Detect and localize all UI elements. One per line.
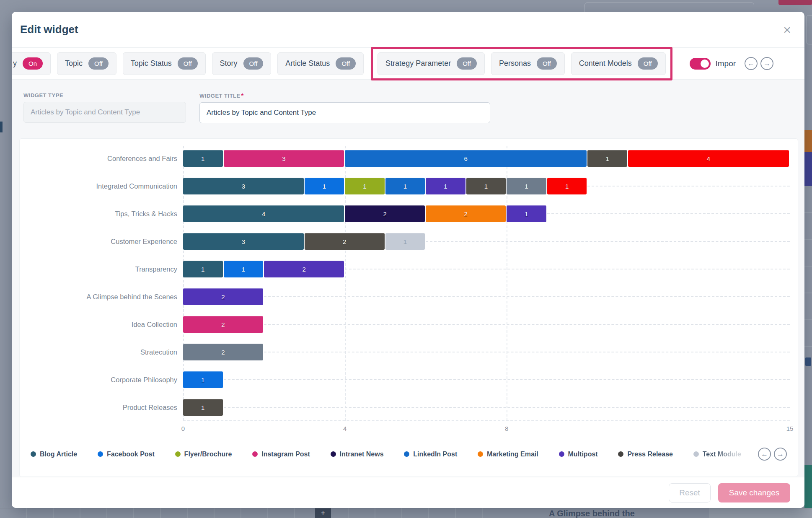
background-right-orange-block xyxy=(804,130,812,152)
legend-label: Multipost xyxy=(568,451,598,458)
chip-nav-next-icon[interactable]: → xyxy=(760,57,773,70)
bar-segment: 4 xyxy=(628,150,789,167)
legend-label: Facebook Post xyxy=(107,451,155,458)
widget-title-input[interactable] xyxy=(199,102,490,123)
category-label: Tips, Tricks & Hacks xyxy=(26,210,177,218)
bar-segment: 1 xyxy=(385,233,425,250)
import-toggle-group: Impor xyxy=(690,58,736,70)
x-tick-label: 4 xyxy=(343,425,347,432)
category-label: Integrated Communication xyxy=(26,182,177,190)
save-changes-button[interactable]: Save changes xyxy=(718,483,790,502)
bar-segment: 4 xyxy=(183,205,344,222)
filter-chip-label: Story xyxy=(220,59,238,68)
row-trail-line xyxy=(264,352,790,352)
category-label: Stratecution xyxy=(26,348,177,356)
legend-item-linkedin-post[interactable]: LinkedIn Post xyxy=(404,451,457,458)
legend-item-flyer-brochure[interactable]: Flyer/Brochure xyxy=(175,451,232,458)
legend-prev-icon[interactable]: ← xyxy=(758,448,771,461)
filter-state-pill: Off xyxy=(537,57,557,70)
chart-row: Tips, Tricks & Hacks4221 xyxy=(183,205,790,222)
filter-chip-personas[interactable]: PersonasOff xyxy=(491,52,565,75)
widget-title-field-group: WIDGET TITLE* xyxy=(199,92,490,123)
category-label: Product Releases xyxy=(26,404,177,412)
bar-segment: 2 xyxy=(264,261,344,277)
filter-chip-label: Personas xyxy=(499,59,531,68)
bar-segment: 3 xyxy=(183,233,304,250)
category-label: Conferences and Fairs xyxy=(26,155,177,163)
bar-segment: 3 xyxy=(183,178,304,194)
chart-baseline xyxy=(183,420,790,421)
background-right-icon xyxy=(805,357,811,366)
row-trail-line xyxy=(547,213,790,214)
chart-row: Idea Collection2 xyxy=(183,316,790,333)
filter-chip-strategy-parameter[interactable]: Strategy ParameterOff xyxy=(378,52,485,75)
row-trail-line xyxy=(587,186,790,186)
bar-segment: 2 xyxy=(426,205,506,222)
chart-row: Stratecution2 xyxy=(183,344,790,360)
modal-footer: Reset Save changes xyxy=(12,477,804,508)
bar-segment: 1 xyxy=(466,178,506,194)
legend-item-blog-article[interactable]: Blog Article xyxy=(31,451,77,458)
legend-label: Marketing Email xyxy=(487,451,538,458)
chip-nav-prev-icon[interactable]: ← xyxy=(745,57,758,70)
background-topbar-button xyxy=(778,0,812,5)
import-toggle-label: Impor xyxy=(716,59,736,68)
filter-state-pill: Off xyxy=(88,57,109,70)
chart-row: Integrated Communication31111111 xyxy=(183,178,790,194)
chart-plot-area: Conferences and Fairs13614Integrated Com… xyxy=(183,150,790,416)
bar-segment: 1 xyxy=(426,178,465,194)
category-label: Customer Experience xyxy=(26,238,177,246)
bar-segment: 1 xyxy=(183,261,223,277)
bar-segment: 2 xyxy=(183,288,263,305)
chart-row: Transparency112 xyxy=(183,261,790,277)
legend-dot xyxy=(31,451,36,457)
legend-item-multipost[interactable]: Multipost xyxy=(559,451,598,458)
filter-state-pill: Off xyxy=(336,57,356,70)
legend-dot xyxy=(559,451,564,457)
filter-chip-content-models[interactable]: Content ModelsOff xyxy=(571,52,666,75)
required-asterisk: * xyxy=(241,92,244,99)
chart-row: Customer Experience321 xyxy=(183,233,790,250)
legend-item-instagram-post[interactable]: Instagram Post xyxy=(252,451,310,458)
filter-state-pill: Off xyxy=(638,57,658,70)
modal-body: WIDGET TYPE WIDGET TITLE* Conferences an… xyxy=(12,80,804,477)
filter-state-pill: Off xyxy=(178,57,198,70)
chart-row: Conferences and Fairs13614 xyxy=(183,150,790,167)
background-right-list-lines xyxy=(804,186,812,354)
legend-label: Instagram Post xyxy=(261,451,310,458)
legend-item-intranet-news[interactable]: Intranet News xyxy=(331,451,384,458)
legend-dot xyxy=(252,451,258,457)
filter-chip-label: Topic Status xyxy=(131,59,172,68)
x-axis: 04815 xyxy=(183,425,790,433)
filter-chip-topic[interactable]: TopicOff xyxy=(57,52,116,75)
filter-chip-story[interactable]: StoryOff xyxy=(212,52,272,75)
bar-segment: 2 xyxy=(305,233,385,250)
filter-chip-topic-status[interactable]: Topic StatusOff xyxy=(123,52,206,75)
bar-segment: 1 xyxy=(305,178,344,194)
legend-item-text-module[interactable]: Text Module xyxy=(693,451,741,458)
legend-next-icon[interactable]: → xyxy=(774,448,787,461)
legend-item-press-release[interactable]: Press Release xyxy=(618,451,673,458)
legend-dot xyxy=(693,451,699,457)
filter-chip-label: y xyxy=(13,59,17,68)
legend-item-facebook-post[interactable]: Facebook Post xyxy=(98,451,155,458)
bar-segment: 1 xyxy=(507,205,546,222)
reset-button[interactable]: Reset xyxy=(669,483,711,502)
filter-state-pill: Off xyxy=(457,57,477,70)
close-icon[interactable]: × xyxy=(783,23,791,36)
chart-legend: Blog ArticleFacebook PostFlyer/BrochureI… xyxy=(31,448,787,461)
filter-chip-y[interactable]: yOn xyxy=(12,52,51,75)
toggle-knob xyxy=(701,60,709,68)
legend-label: Press Release xyxy=(627,451,673,458)
widget-type-label: WIDGET TYPE xyxy=(23,92,186,98)
import-toggle[interactable] xyxy=(690,58,711,70)
widget-title-label: WIDGET TITLE* xyxy=(199,92,490,99)
legend-label: Flyer/Brochure xyxy=(184,451,232,458)
category-label: Idea Collection xyxy=(26,321,177,329)
legend-item-marketing-email[interactable]: Marketing Email xyxy=(478,451,538,458)
modal-title: Edit widget xyxy=(20,23,78,36)
filter-chip-article-status[interactable]: Article StatusOff xyxy=(277,52,364,75)
filter-chip-label: Content Models xyxy=(579,59,632,68)
bar-segment: 2 xyxy=(183,344,263,360)
background-axis-ticks xyxy=(0,508,499,518)
